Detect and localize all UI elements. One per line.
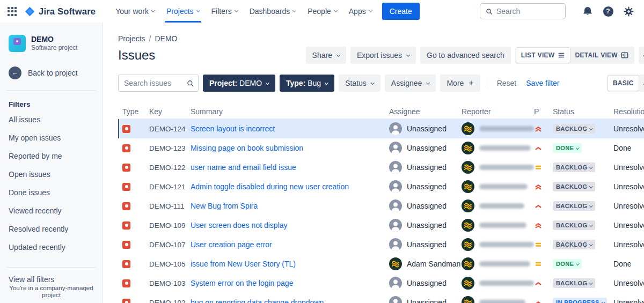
column-header-summary[interactable]: Summary: [191, 107, 389, 116]
column-header-priority[interactable]: P: [534, 107, 553, 116]
list-view-tab[interactable]: LIST VIEW: [516, 48, 570, 63]
project-header[interactable]: DEMO Software project: [0, 34, 103, 53]
more-options-button[interactable]: ⋯: [639, 47, 644, 64]
issue-key[interactable]: DEMO-111: [149, 202, 191, 210]
nav-item-people[interactable]: People: [302, 0, 343, 23]
search-icon: [486, 8, 493, 16]
project-filter-dropdown[interactable]: Project: DEMO: [203, 75, 275, 92]
status-badge[interactable]: BACKLOG: [553, 124, 595, 134]
nav-item-filters[interactable]: Filters: [206, 0, 244, 23]
status-filter-dropdown[interactable]: Status: [339, 75, 380, 92]
advanced-search-button[interactable]: Go to advanced search: [420, 47, 511, 64]
jira-logo[interactable]: Jira Software: [24, 6, 96, 17]
page-title: Issues: [118, 48, 155, 63]
issue-key[interactable]: DEMO-121: [149, 183, 191, 191]
issue-summary-link[interactable]: Missing page on book submission: [191, 144, 303, 152]
sidebar-item-done-issues[interactable]: Done issues: [0, 183, 103, 202]
table-row[interactable]: DEMO-124 Screen layout is incorrect Unas…: [118, 119, 644, 138]
table-row[interactable]: DEMO-107 User creation page error Unassi…: [118, 235, 644, 254]
priority-medium-icon: [534, 163, 543, 172]
status-badge[interactable]: DONE: [553, 259, 582, 269]
status-badge[interactable]: BACKLOG: [553, 182, 595, 191]
breadcrumb-demo-link[interactable]: DEMO: [155, 34, 177, 43]
save-filter-button[interactable]: Save filter: [524, 79, 561, 87]
issue-key[interactable]: DEMO-109: [149, 221, 191, 230]
nav-item-dashboards[interactable]: Dashboards: [244, 0, 302, 23]
share-button[interactable]: Share: [306, 47, 346, 64]
search-issues-field[interactable]: [118, 75, 199, 92]
column-header-key[interactable]: Key: [149, 107, 191, 116]
assignee-filter-dropdown[interactable]: Assignee: [385, 75, 436, 92]
column-header-resolution[interactable]: Resolution: [613, 107, 644, 116]
chevron-down-icon: [426, 80, 430, 84]
nav-item-projects[interactable]: Projects: [160, 0, 206, 23]
reset-button[interactable]: Reset: [494, 79, 520, 87]
back-to-project-button[interactable]: ← Back to project: [0, 66, 103, 79]
create-button[interactable]: Create: [382, 3, 420, 20]
sidebar-item-my-open-issues[interactable]: My open issues: [0, 129, 103, 147]
type-filter-dropdown[interactable]: Type: Bug: [280, 75, 334, 92]
sidebar-item-open-issues[interactable]: Open issues: [0, 165, 103, 183]
reporter-avatar: [462, 219, 474, 232]
sidebar-item-updated-recently[interactable]: Updated recently: [0, 238, 103, 256]
sidebar-item-all-issues[interactable]: All issues: [0, 110, 103, 129]
status-badge[interactable]: BACKLOG: [553, 278, 595, 288]
sidebar-item-viewed-recently[interactable]: Viewed recently: [0, 202, 103, 220]
project-sidebar: DEMO Software project ← Back to project …: [0, 23, 103, 303]
table-row[interactable]: DEMO-121 Admin toggle disabled during ne…: [118, 177, 644, 196]
issue-key[interactable]: DEMO-123: [149, 144, 191, 152]
status-badge[interactable]: BACKLOG: [553, 162, 595, 172]
column-header-type[interactable]: Type: [119, 107, 149, 116]
chevron-down-icon: [266, 80, 269, 84]
global-search-input[interactable]: [496, 7, 560, 16]
help-button[interactable]: ?: [600, 3, 616, 19]
table-row[interactable]: DEMO-109 User screen does not display Un…: [118, 216, 644, 235]
issue-key[interactable]: DEMO-107: [149, 241, 191, 249]
issue-summary-link[interactable]: System error on the login page: [191, 279, 293, 287]
table-row[interactable]: DEMO-111 New Bug from Spira Unassigned: [118, 196, 644, 216]
table-row[interactable]: DEMO-122 user name and email field issue…: [118, 158, 644, 177]
issue-key[interactable]: DEMO-102: [149, 299, 191, 303]
basic-mode-tab[interactable]: BASIC: [608, 76, 639, 91]
status-badge[interactable]: DONE: [553, 143, 582, 153]
table-row[interactable]: DEMO-105 issue from New User Story (TL) …: [118, 254, 644, 274]
issue-summary-link[interactable]: User screen does not display: [191, 221, 288, 230]
table-row[interactable]: DEMO-123 Missing page on book submission…: [118, 138, 644, 158]
table-row[interactable]: DEMO-102 bug on reporting data change dr…: [118, 293, 644, 303]
issue-summary-link[interactable]: Screen layout is incorrect: [191, 124, 275, 133]
issue-key[interactable]: DEMO-122: [149, 164, 191, 172]
filter-bar: Project: DEMO Type: Bug Status Assignee …: [118, 75, 644, 92]
app-switcher-icon[interactable]: [8, 7, 17, 16]
issue-key[interactable]: DEMO-103: [149, 279, 191, 287]
column-header-reporter[interactable]: Reporter: [462, 107, 534, 116]
export-issues-button[interactable]: Export issues: [350, 47, 416, 64]
sidebar-item-reported-by-me[interactable]: Reported by me: [0, 147, 103, 165]
column-header-assignee[interactable]: Assignee: [389, 107, 462, 116]
status-badge[interactable]: BACKLOG: [553, 220, 595, 230]
issue-summary-link[interactable]: user name and email field issue: [191, 163, 296, 172]
detail-view-tab[interactable]: DETAIL VIEW: [570, 48, 633, 63]
search-issues-input[interactable]: [124, 79, 187, 87]
breadcrumb-projects-link[interactable]: Projects: [118, 34, 145, 43]
status-badge[interactable]: IN PROGRESS: [553, 298, 607, 303]
issue-summary-link[interactable]: Admin toggle disabled during new user cr…: [191, 182, 349, 191]
nav-item-apps[interactable]: Apps: [343, 0, 378, 23]
status-badge[interactable]: BACKLOG: [553, 240, 595, 249]
jql-mode-tab[interactable]: JQL: [639, 76, 644, 91]
issue-summary-link[interactable]: bug on reporting data change dropdown: [191, 298, 324, 303]
notifications-button[interactable]: [580, 3, 596, 19]
issue-key[interactable]: DEMO-124: [149, 125, 191, 133]
column-header-status[interactable]: Status: [553, 107, 613, 116]
more-filters-button[interactable]: More +: [440, 75, 480, 92]
issue-summary-link[interactable]: User creation page error: [191, 240, 272, 249]
status-badge[interactable]: BACKLOG: [553, 201, 595, 211]
issue-summary-link[interactable]: New Bug from Spira: [191, 202, 258, 210]
bug-type-icon: [122, 125, 130, 133]
settings-button[interactable]: [620, 3, 636, 19]
issue-key[interactable]: DEMO-105: [149, 260, 191, 268]
nav-item-your-work[interactable]: Your work: [109, 0, 160, 23]
sidebar-item-resolved-recently[interactable]: Resolved recently: [0, 220, 103, 238]
issue-summary-link[interactable]: issue from New User Story (TL): [191, 260, 296, 268]
table-row[interactable]: DEMO-103 System error on the login page …: [118, 274, 644, 293]
global-search[interactable]: [480, 3, 566, 19]
